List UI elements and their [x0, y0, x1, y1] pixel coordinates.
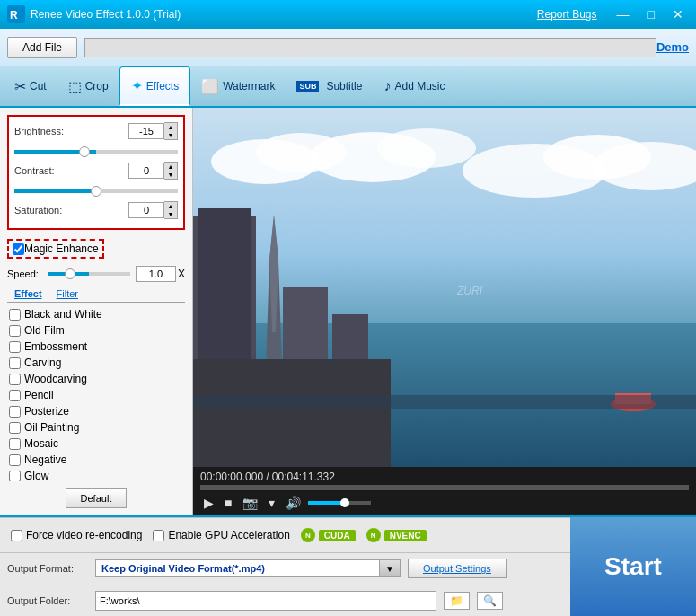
- speed-slider[interactable]: [48, 272, 130, 276]
- list-item[interactable]: Embossment: [7, 339, 183, 355]
- effects-icon: ✦: [131, 77, 143, 94]
- oil-painting-checkbox[interactable]: [9, 422, 21, 434]
- list-item[interactable]: Negative: [7, 452, 183, 468]
- format-select[interactable]: Keep Original Video Format(*.mp4) ▼: [95, 559, 401, 577]
- folder-path-input[interactable]: [95, 591, 436, 611]
- contrast-down[interactable]: ▼: [164, 171, 177, 179]
- brightness-up[interactable]: ▲: [164, 123, 177, 131]
- format-dropdown-button[interactable]: ▼: [379, 560, 400, 576]
- contrast-label: Contrast:: [14, 165, 75, 176]
- video-controls: 00:00:00.000 / 00:04:11.332 ▶ ■ 📷 ▾ 🔊: [193, 467, 696, 515]
- tab-subtitle[interactable]: SUB Subtitle: [286, 66, 373, 106]
- list-item[interactable]: Black and White: [7, 306, 183, 322]
- list-item[interactable]: Carving: [7, 355, 183, 371]
- play-button[interactable]: ▶: [200, 494, 217, 512]
- tab-crop[interactable]: ⬚ Crop: [57, 66, 119, 106]
- black-white-label: Black and White: [24, 308, 102, 321]
- old-film-checkbox[interactable]: [9, 325, 21, 337]
- speed-row: Speed: X: [7, 266, 185, 282]
- folder-search-button[interactable]: 🔍: [477, 592, 503, 610]
- mosaic-checkbox[interactable]: [9, 438, 21, 450]
- video-panel: ZURI 00:00:00.000 / 00:04:11.332 ▶ ■ 📷 ▾…: [193, 108, 696, 515]
- close-button[interactable]: ✕: [667, 5, 689, 23]
- video-display: ZURI: [193, 108, 696, 467]
- screenshot-button[interactable]: 📷: [239, 494, 261, 512]
- current-time: 00:00:00.000: [200, 471, 263, 483]
- nav-tabs: ✂ Cut ⬚ Crop ✦ Effects ⬜ Watermark SUB S…: [0, 66, 696, 108]
- contrast-up[interactable]: ▲: [164, 163, 177, 171]
- cut-icon: ✂: [14, 78, 26, 95]
- output-folder-label: Output Folder:: [7, 595, 88, 606]
- list-item[interactable]: Posterize: [7, 403, 183, 419]
- demo-label: Demo: [656, 40, 689, 54]
- black-white-checkbox[interactable]: [9, 309, 21, 321]
- report-bugs-link[interactable]: Report Bugs: [537, 8, 597, 21]
- force-reencode-checkbox[interactable]: [11, 530, 22, 541]
- saturation-down[interactable]: ▼: [164, 210, 177, 218]
- contrast-input[interactable]: [128, 163, 164, 179]
- brightness-input[interactable]: [128, 123, 164, 139]
- enable-gpu-text: Enable GPU Acceleration: [168, 529, 289, 541]
- enable-gpu-checkbox[interactable]: [153, 530, 164, 541]
- force-reencode-label[interactable]: Force video re-encoding: [11, 529, 142, 541]
- tab-filter[interactable]: Filter: [49, 286, 85, 302]
- oil-painting-label: Oil Painting: [24, 421, 79, 434]
- saturation-up[interactable]: ▲: [164, 202, 177, 210]
- speed-input[interactable]: [136, 266, 176, 282]
- volume-slider[interactable]: [308, 501, 371, 505]
- saturation-input[interactable]: [128, 202, 164, 218]
- glow-checkbox[interactable]: [9, 471, 21, 482]
- mosaic-label: Mosaic: [24, 437, 58, 450]
- minimize-button[interactable]: —: [612, 5, 635, 23]
- saturation-arrows: ▲ ▼: [164, 201, 178, 219]
- list-item[interactable]: Mosaic: [7, 436, 183, 452]
- svg-rect-17: [193, 359, 391, 467]
- tab-effects[interactable]: ✦ Effects: [119, 66, 190, 106]
- brightness-slider[interactable]: [14, 150, 178, 154]
- carving-checkbox[interactable]: [9, 357, 21, 369]
- list-item[interactable]: Oil Painting: [7, 419, 183, 436]
- list-item[interactable]: Pencil: [7, 387, 183, 403]
- embossment-checkbox[interactable]: [9, 341, 21, 353]
- progress-bar[interactable]: [200, 485, 689, 490]
- posterize-checkbox[interactable]: [9, 406, 21, 418]
- list-item[interactable]: Glow: [7, 468, 183, 481]
- brightness-slider-container: [14, 144, 178, 156]
- volume-button[interactable]: 🔊: [282, 494, 304, 512]
- magic-enhance-checkbox-container[interactable]: Magic Enhance: [7, 239, 104, 259]
- left-panel: Brightness: ▲ ▼ Contrast: ▲: [0, 108, 193, 515]
- tab-watermark[interactable]: ⬜ Watermark: [190, 66, 286, 106]
- default-button[interactable]: Default: [66, 488, 128, 508]
- tab-cut[interactable]: ✂ Cut: [4, 66, 57, 106]
- enable-gpu-label[interactable]: Enable GPU Acceleration: [153, 529, 289, 541]
- output-settings-button[interactable]: Output Settings: [408, 559, 507, 578]
- tab-add-music[interactable]: ♪ Add Music: [373, 66, 455, 106]
- magic-enhance-checkbox[interactable]: [13, 243, 24, 255]
- app-icon: R: [7, 5, 25, 23]
- tab-effect[interactable]: Effect: [7, 286, 49, 302]
- add-file-button[interactable]: Add File: [7, 37, 77, 58]
- embossment-label: Embossment: [24, 340, 87, 353]
- maximize-button[interactable]: □: [642, 5, 660, 23]
- main-content: Brightness: ▲ ▼ Contrast: ▲: [0, 108, 696, 515]
- pencil-checkbox[interactable]: [9, 390, 21, 401]
- start-button[interactable]: Start: [604, 552, 662, 581]
- controls-section: Brightness: ▲ ▼ Contrast: ▲: [7, 115, 185, 230]
- negative-checkbox[interactable]: [9, 454, 21, 466]
- brightness-down[interactable]: ▼: [164, 131, 177, 139]
- saturation-label: Saturation:: [14, 205, 75, 216]
- window-controls: — □ ✕: [612, 5, 689, 23]
- list-item[interactable]: Woodcarving: [7, 371, 183, 387]
- brightness-arrows: ▲ ▼: [164, 122, 178, 140]
- svg-text:ZURI: ZURI: [456, 285, 483, 297]
- folder-browse-button[interactable]: 📁: [444, 592, 470, 610]
- list-item[interactable]: Old Film: [7, 322, 183, 339]
- woodcarving-checkbox[interactable]: [9, 374, 21, 385]
- stop-button[interactable]: ■: [221, 494, 235, 512]
- pencil-label: Pencil: [24, 389, 54, 401]
- brightness-label: Brightness:: [14, 126, 75, 136]
- output-format-label: Output Format:: [7, 563, 88, 574]
- effect-list: Black and White Old Film Embossment Carv…: [7, 306, 185, 481]
- contrast-slider[interactable]: [14, 189, 178, 193]
- screenshot-dropdown[interactable]: ▾: [265, 494, 278, 512]
